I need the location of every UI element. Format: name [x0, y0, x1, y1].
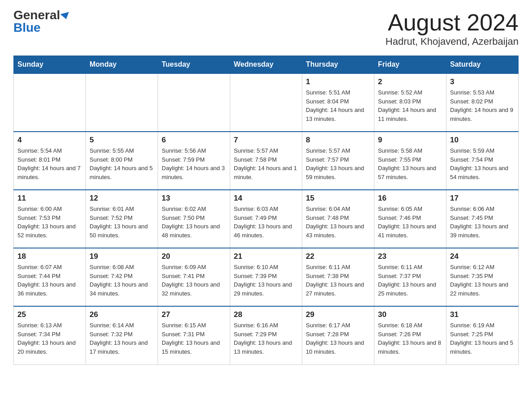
- day-info: Sunrise: 5:57 AMSunset: 7:58 PMDaylight:…: [234, 146, 298, 181]
- day-number: 23: [378, 252, 442, 261]
- logo-top: General: [13, 9, 70, 21]
- header-tuesday: Tuesday: [158, 56, 230, 74]
- calendar-cell-w5-d4: 29Sunrise: 6:17 AMSunset: 7:28 PMDayligh…: [302, 306, 374, 364]
- header-sunday: Sunday: [14, 56, 86, 74]
- day-number: 18: [17, 252, 82, 261]
- calendar-cell-w5-d3: 28Sunrise: 6:16 AMSunset: 7:29 PMDayligh…: [230, 306, 302, 364]
- calendar-header: SundayMondayTuesdayWednesdayThursdayFrid…: [14, 56, 519, 74]
- day-number: 19: [90, 252, 154, 261]
- calendar-cell-w1-d6: 3Sunrise: 5:53 AMSunset: 8:02 PMDaylight…: [446, 73, 519, 132]
- calendar-cell-w4-d1: 19Sunrise: 6:08 AMSunset: 7:42 PMDayligh…: [86, 248, 158, 306]
- day-number: 5: [90, 136, 154, 145]
- calendar-cell-w2-d1: 5Sunrise: 5:55 AMSunset: 8:00 PMDaylight…: [86, 132, 158, 190]
- day-info: Sunrise: 6:08 AMSunset: 7:42 PMDaylight:…: [90, 263, 154, 298]
- day-info: Sunrise: 6:13 AMSunset: 7:34 PMDaylight:…: [17, 321, 82, 356]
- calendar-cell-w1-d1: [86, 73, 158, 132]
- week-row-3: 11Sunrise: 6:00 AMSunset: 7:53 PMDayligh…: [14, 190, 519, 248]
- calendar-cell-w3-d4: 15Sunrise: 6:04 AMSunset: 7:48 PMDayligh…: [302, 190, 374, 248]
- day-info: Sunrise: 6:03 AMSunset: 7:49 PMDaylight:…: [234, 205, 298, 240]
- day-info: Sunrise: 6:12 AMSunset: 7:35 PMDaylight:…: [450, 263, 515, 298]
- logo: General Blue: [13, 9, 70, 34]
- logo-general-text: General: [13, 8, 60, 22]
- days-of-week-row: SundayMondayTuesdayWednesdayThursdayFrid…: [14, 56, 519, 74]
- day-info: Sunrise: 5:58 AMSunset: 7:55 PMDaylight:…: [378, 146, 442, 181]
- day-info: Sunrise: 5:51 AMSunset: 8:04 PMDaylight:…: [306, 88, 370, 123]
- calendar-cell-w5-d2: 27Sunrise: 6:15 AMSunset: 7:31 PMDayligh…: [158, 306, 230, 364]
- day-number: 30: [378, 310, 442, 319]
- day-info: Sunrise: 5:52 AMSunset: 8:03 PMDaylight:…: [378, 88, 442, 123]
- calendar-cell-w2-d6: 10Sunrise: 5:59 AMSunset: 7:54 PMDayligh…: [446, 132, 519, 190]
- month-year-title: August 2024: [386, 9, 519, 36]
- calendar-cell-w4-d2: 20Sunrise: 6:09 AMSunset: 7:41 PMDayligh…: [158, 248, 230, 306]
- day-info: Sunrise: 6:09 AMSunset: 7:41 PMDaylight:…: [162, 263, 226, 298]
- calendar-cell-w3-d2: 13Sunrise: 6:02 AMSunset: 7:50 PMDayligh…: [158, 190, 230, 248]
- calendar-cell-w2-d5: 9Sunrise: 5:58 AMSunset: 7:55 PMDaylight…: [374, 132, 446, 190]
- calendar-cell-w1-d3: [230, 73, 302, 132]
- day-number: 11: [17, 194, 82, 203]
- calendar-cell-w4-d5: 23Sunrise: 6:11 AMSunset: 7:37 PMDayligh…: [374, 248, 446, 306]
- day-info: Sunrise: 5:54 AMSunset: 8:01 PMDaylight:…: [17, 146, 82, 181]
- day-info: Sunrise: 5:56 AMSunset: 7:59 PMDaylight:…: [162, 146, 226, 181]
- day-number: 24: [450, 252, 515, 261]
- calendar-table: SundayMondayTuesdayWednesdayThursdayFrid…: [13, 56, 519, 365]
- day-info: Sunrise: 6:19 AMSunset: 7:25 PMDaylight:…: [450, 321, 515, 356]
- day-number: 1: [306, 77, 370, 86]
- calendar-cell-w5-d6: 31Sunrise: 6:19 AMSunset: 7:25 PMDayligh…: [446, 306, 519, 364]
- day-info: Sunrise: 6:15 AMSunset: 7:31 PMDaylight:…: [162, 321, 226, 356]
- day-number: 6: [162, 136, 226, 145]
- location-subtitle: Hadrut, Khojavend, Azerbaijan: [386, 36, 519, 47]
- calendar-cell-w3-d5: 16Sunrise: 6:05 AMSunset: 7:46 PMDayligh…: [374, 190, 446, 248]
- day-number: 13: [162, 194, 226, 203]
- day-number: 2: [378, 77, 442, 86]
- logo-triangle-icon: [60, 12, 71, 20]
- day-number: 21: [234, 252, 298, 261]
- day-info: Sunrise: 5:59 AMSunset: 7:54 PMDaylight:…: [450, 146, 515, 181]
- calendar-cell-w2-d0: 4Sunrise: 5:54 AMSunset: 8:01 PMDaylight…: [14, 132, 86, 190]
- day-info: Sunrise: 6:14 AMSunset: 7:32 PMDaylight:…: [90, 321, 154, 356]
- day-number: 27: [162, 310, 226, 319]
- day-number: 9: [378, 136, 442, 145]
- day-info: Sunrise: 6:01 AMSunset: 7:52 PMDaylight:…: [90, 205, 154, 240]
- day-number: 12: [90, 194, 154, 203]
- logo-blue-text: Blue: [13, 21, 41, 34]
- day-info: Sunrise: 6:00 AMSunset: 7:53 PMDaylight:…: [17, 205, 82, 240]
- day-number: 29: [306, 310, 370, 319]
- week-row-1: 1Sunrise: 5:51 AMSunset: 8:04 PMDaylight…: [14, 73, 519, 132]
- calendar-cell-w3-d1: 12Sunrise: 6:01 AMSunset: 7:52 PMDayligh…: [86, 190, 158, 248]
- calendar-cell-w5-d1: 26Sunrise: 6:14 AMSunset: 7:32 PMDayligh…: [86, 306, 158, 364]
- title-area: August 2024 Hadrut, Khojavend, Azerbaija…: [386, 9, 519, 47]
- day-number: 8: [306, 136, 370, 145]
- day-number: 28: [234, 310, 298, 319]
- calendar-cell-w2-d3: 7Sunrise: 5:57 AMSunset: 7:58 PMDaylight…: [230, 132, 302, 190]
- calendar-cell-w1-d4: 1Sunrise: 5:51 AMSunset: 8:04 PMDaylight…: [302, 73, 374, 132]
- calendar-cell-w5-d0: 25Sunrise: 6:13 AMSunset: 7:34 PMDayligh…: [14, 306, 86, 364]
- header-monday: Monday: [86, 56, 158, 74]
- day-info: Sunrise: 6:06 AMSunset: 7:45 PMDaylight:…: [450, 205, 515, 240]
- day-info: Sunrise: 6:17 AMSunset: 7:28 PMDaylight:…: [306, 321, 370, 356]
- header-thursday: Thursday: [302, 56, 374, 74]
- calendar-cell-w3-d6: 17Sunrise: 6:06 AMSunset: 7:45 PMDayligh…: [446, 190, 519, 248]
- day-info: Sunrise: 6:10 AMSunset: 7:39 PMDaylight:…: [234, 263, 298, 298]
- header-saturday: Saturday: [446, 56, 519, 74]
- day-number: 14: [234, 194, 298, 203]
- day-info: Sunrise: 6:02 AMSunset: 7:50 PMDaylight:…: [162, 205, 226, 240]
- calendar-cell-w4-d4: 22Sunrise: 6:11 AMSunset: 7:38 PMDayligh…: [302, 248, 374, 306]
- day-number: 22: [306, 252, 370, 261]
- day-number: 25: [17, 310, 82, 319]
- day-number: 10: [450, 136, 515, 145]
- calendar-cell-w2-d4: 8Sunrise: 5:57 AMSunset: 7:57 PMDaylight…: [302, 132, 374, 190]
- calendar-cell-w1-d0: [14, 73, 86, 132]
- day-info: Sunrise: 6:11 AMSunset: 7:37 PMDaylight:…: [378, 263, 442, 298]
- calendar-cell-w4-d0: 18Sunrise: 6:07 AMSunset: 7:44 PMDayligh…: [14, 248, 86, 306]
- day-info: Sunrise: 6:07 AMSunset: 7:44 PMDaylight:…: [17, 263, 82, 298]
- calendar-cell-w1-d2: [158, 73, 230, 132]
- calendar-cell-w4-d3: 21Sunrise: 6:10 AMSunset: 7:39 PMDayligh…: [230, 248, 302, 306]
- header-wednesday: Wednesday: [230, 56, 302, 74]
- calendar-cell-w3-d0: 11Sunrise: 6:00 AMSunset: 7:53 PMDayligh…: [14, 190, 86, 248]
- day-number: 26: [90, 310, 154, 319]
- calendar-cell-w1-d5: 2Sunrise: 5:52 AMSunset: 8:03 PMDaylight…: [374, 73, 446, 132]
- page-header: General Blue August 2024 Hadrut, Khojave…: [13, 9, 519, 47]
- week-row-4: 18Sunrise: 6:07 AMSunset: 7:44 PMDayligh…: [14, 248, 519, 306]
- day-number: 16: [378, 194, 442, 203]
- day-number: 20: [162, 252, 226, 261]
